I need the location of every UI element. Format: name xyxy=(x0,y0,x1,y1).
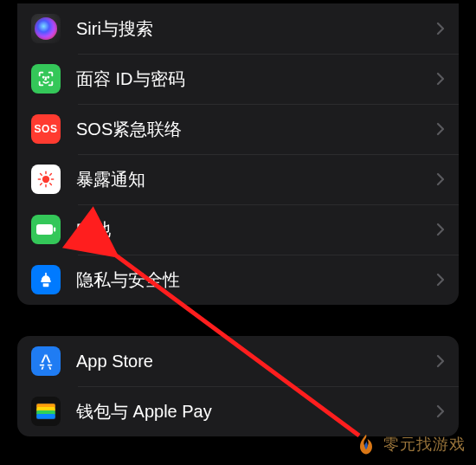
row-privacy[interactable]: 隐私与安全性 xyxy=(17,255,459,305)
watermark-text: 零元找游戏 xyxy=(383,434,466,455)
row-faceid[interactable]: 面容 ID与密码 xyxy=(17,54,459,104)
sos-text: SOS xyxy=(35,123,58,135)
svg-rect-17 xyxy=(36,414,55,419)
svg-rect-12 xyxy=(54,228,55,232)
row-label: 钱包与 Apple Pay xyxy=(76,400,436,423)
svg-point-1 xyxy=(48,77,48,78)
watermark-logo xyxy=(354,432,378,456)
chevron-right-icon xyxy=(436,122,445,136)
siri-icon xyxy=(31,14,61,43)
row-appstore[interactable]: App Store xyxy=(17,336,459,386)
row-label: 暴露通知 xyxy=(76,168,436,191)
row-siri[interactable]: Siri与搜索 xyxy=(17,3,459,54)
chevron-right-icon xyxy=(436,273,445,287)
exposure-icon xyxy=(31,165,61,194)
watermark: 零元找游戏 xyxy=(354,432,466,456)
row-label: SOS紧急联络 xyxy=(76,118,436,141)
wallet-icon xyxy=(31,397,61,426)
privacy-icon xyxy=(31,265,61,294)
row-sos[interactable]: SOS SOS紧急联络 xyxy=(17,104,459,154)
appstore-icon xyxy=(31,346,61,376)
settings-group-2: App Store 钱包与 Apple Pay xyxy=(17,336,459,436)
settings-group-1: Siri与搜索 面容 ID与密码 SOS SOS紧急联络 xyxy=(17,3,459,305)
svg-rect-13 xyxy=(41,281,51,282)
svg-line-8 xyxy=(50,184,52,185)
chevron-right-icon xyxy=(436,22,445,36)
chevron-right-icon xyxy=(436,354,445,368)
row-label: 面容 ID与密码 xyxy=(76,68,436,91)
sos-icon: SOS xyxy=(31,114,61,144)
faceid-icon xyxy=(31,64,61,94)
svg-line-10 xyxy=(50,174,52,176)
row-label: 隐私与安全性 xyxy=(76,268,436,292)
svg-point-2 xyxy=(42,176,49,183)
chevron-right-icon xyxy=(436,404,445,418)
row-label: Siri与搜索 xyxy=(76,17,436,41)
row-exposure[interactable]: 暴露通知 xyxy=(17,154,459,204)
svg-rect-11 xyxy=(36,224,53,235)
row-label: 电池 xyxy=(76,218,436,242)
svg-point-0 xyxy=(43,77,44,78)
row-battery[interactable]: 电池 xyxy=(17,204,459,255)
battery-icon xyxy=(31,215,61,244)
svg-line-9 xyxy=(41,184,42,185)
row-wallet[interactable]: 钱包与 Apple Pay xyxy=(17,386,459,436)
chevron-right-icon xyxy=(436,72,445,86)
chevron-right-icon xyxy=(436,172,445,186)
row-label: App Store xyxy=(76,352,436,371)
chevron-right-icon xyxy=(436,223,445,236)
svg-line-7 xyxy=(41,174,42,176)
